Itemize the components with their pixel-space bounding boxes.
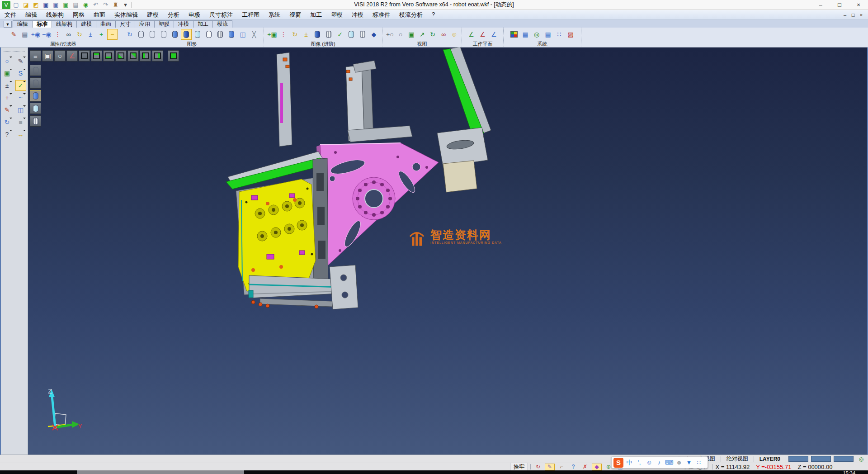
select-window-icon[interactable]: ▣ (2, 68, 13, 79)
import-folder-icon[interactable]: ◩ (32, 1, 40, 9)
shade-update-icon[interactable] (226, 29, 237, 40)
zoom-window-icon[interactable]: ▣ (406, 29, 416, 40)
save-all-icon[interactable]: ▣ (61, 1, 70, 9)
shade-solid-icon[interactable] (170, 29, 180, 40)
network-globe-icon[interactable]: ◎ (856, 455, 866, 462)
workplane-origin-icon[interactable]: ∠ (466, 29, 477, 40)
shade-edges-icon[interactable] (181, 29, 192, 40)
ime-mode-icon[interactable]: 中 (625, 458, 633, 467)
save-icon[interactable]: ▣ (42, 1, 50, 9)
toolbar-tab[interactable]: 冲模 (174, 20, 193, 28)
menu-item[interactable]: 编辑 (21, 10, 42, 19)
mdi-minimize-button[interactable]: – (841, 12, 849, 18)
status-refresh-icon[interactable]: ↻ (533, 464, 543, 470)
history-icon[interactable]: ♜ (111, 1, 120, 9)
qa-dropdown-icon[interactable]: ▾ (121, 1, 130, 9)
save-as-icon[interactable]: ▣ (52, 1, 60, 9)
toolbar-tab[interactable]: 标准 (32, 20, 52, 28)
regen-icon[interactable]: ↻ (124, 29, 135, 40)
minimize-button[interactable]: – (811, 0, 830, 9)
ime-skin-icon[interactable]: ▼ (685, 458, 693, 467)
ime-person-icon[interactable]: ☻ (675, 458, 683, 467)
toolbar-tab[interactable]: 编辑 (13, 20, 33, 28)
shade-dashed-icon[interactable] (158, 29, 169, 40)
adv-check-icon[interactable]: ✓ (335, 29, 345, 40)
adv-glass-box-icon[interactable] (346, 29, 357, 40)
lock-button[interactable]: 拴牢 (510, 463, 528, 471)
close-button[interactable]: × (849, 0, 868, 9)
shade-hidden-line-icon[interactable] (147, 29, 158, 40)
toolbar-tab[interactable]: 模流 (212, 20, 232, 28)
adv-add-solids-icon[interactable]: +▣ (267, 29, 278, 40)
shade-hatch-icon[interactable] (215, 29, 226, 40)
zoom-extents-icon[interactable]: ○ (396, 29, 406, 40)
menu-item[interactable]: 冲模 (347, 10, 368, 19)
menu-item[interactable]: 网格 (68, 10, 89, 19)
menu-item[interactable]: 尺寸标注 (205, 10, 237, 19)
new-file-icon[interactable]: ▢ (12, 1, 20, 9)
sogou-logo-icon[interactable]: S (613, 458, 623, 468)
paint-stack-icon[interactable]: ✎ (2, 104, 13, 115)
menu-item[interactable]: 分析 (163, 10, 184, 19)
status-pick-icon[interactable]: ✎ (545, 464, 555, 470)
toolbar-tab[interactable]: 塑膜 (154, 20, 174, 28)
nc-plane-icon[interactable]: ▨ (565, 29, 576, 40)
curve-tool-icon[interactable]: ~ (15, 92, 26, 103)
zoom-dynamic-icon[interactable]: ○ (2, 56, 13, 66)
menu-item[interactable]: 系统 (264, 10, 285, 19)
sketch-erase-icon[interactable]: ✎ (15, 56, 26, 66)
status-help-icon[interactable]: ? (568, 464, 578, 470)
layer-color-swatch[interactable] (811, 456, 831, 462)
toolbar-grip[interactable] (4, 51, 25, 53)
mdi-restore-button[interactable]: □ (849, 12, 857, 18)
zoom-plusminus-icon[interactable]: ± (2, 80, 13, 91)
redo-icon[interactable]: ↷ (101, 1, 110, 9)
adv-solid-cube-icon[interactable]: ◆ (368, 29, 379, 40)
shade-flat-icon[interactable] (203, 29, 214, 40)
toolbar-tab[interactable]: 尺寸 (115, 20, 135, 28)
menu-item[interactable]: 塑模 (326, 10, 347, 19)
adv-cyl-hatch2-icon[interactable] (357, 29, 368, 40)
shade-copy-icon[interactable]: ◫ (237, 29, 248, 40)
adv-cyl-striped-icon[interactable] (323, 29, 334, 40)
ime-keyboard-icon[interactable]: ⌨ (665, 458, 673, 467)
print-icon[interactable]: ▤ (71, 1, 80, 9)
graphics-settings-icon[interactable]: ╳ (249, 29, 259, 40)
rotate-view-icon[interactable]: ↻ (428, 29, 438, 40)
show-entities-icon[interactable]: +◉ (30, 29, 41, 40)
status-delete-icon[interactable]: ✗ (580, 464, 590, 470)
adv-toggle-icon[interactable]: ± (301, 29, 311, 40)
toolbar-tab[interactable]: 线架构 (52, 20, 77, 28)
active-layer-indicator[interactable]: LAYER0 (756, 456, 783, 462)
isolate-icon[interactable]: − (107, 29, 118, 40)
menu-item[interactable]: 模流分析 (395, 10, 427, 19)
menu-item[interactable]: 加工 (306, 10, 326, 19)
zoom-in-icon[interactable]: +○ (385, 29, 395, 40)
adv-cyl-blue-icon[interactable] (312, 29, 323, 40)
ime-mic-icon[interactable]: ♪ (655, 458, 663, 467)
menu-item[interactable]: 建模 (142, 10, 163, 19)
toolbar-tab[interactable]: 加工 (193, 20, 213, 28)
toolbar-tab[interactable]: 建模 (76, 20, 96, 28)
menu-item[interactable]: 曲面 (89, 10, 110, 19)
pan-arrow-icon[interactable]: ↗ (417, 29, 427, 40)
attr-brush-icon[interactable]: ✎ (9, 29, 19, 40)
menu-item[interactable]: 实体编辑 (110, 10, 142, 19)
workplane-align-icon[interactable]: ∠ (477, 29, 488, 40)
menu-item[interactable]: 文件 (0, 10, 21, 19)
hide-entities-icon[interactable]: −◉ (42, 29, 52, 40)
status-ucs-icon[interactable]: ◆ (592, 464, 602, 470)
taskbar-item[interactable] (77, 470, 244, 474)
layer-color-swatch[interactable] (834, 456, 854, 462)
3d-viewport[interactable]: ≡ ▣ ○ ∠ (28, 47, 867, 455)
undo-icon[interactable]: ↶ (91, 1, 100, 9)
solid-box-icon[interactable]: ■ (15, 117, 26, 128)
spline-edit-icon[interactable]: S (15, 68, 26, 79)
adv-refresh-icon[interactable]: ↻ (289, 29, 300, 40)
refresh-view-icon[interactable]: ↻ (2, 117, 13, 128)
menu-item[interactable]: 标准件 (368, 10, 395, 19)
menu-item[interactable]: 电极 (184, 10, 205, 19)
color-table-icon[interactable] (509, 29, 519, 40)
add-visible-icon[interactable]: + (96, 29, 107, 40)
menu-item[interactable]: ? (427, 10, 439, 19)
